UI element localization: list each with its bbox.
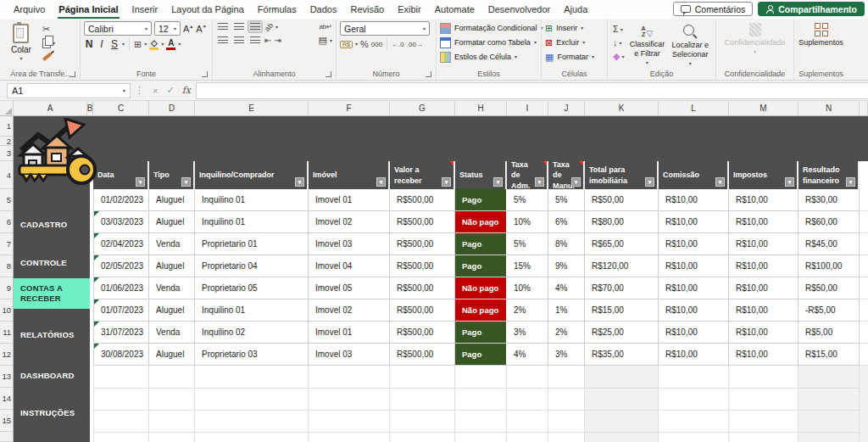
table-cell-resultado[interactable]: R$30,00 (798, 189, 860, 210)
table-cell-tipo[interactable]: Venda (149, 277, 195, 299)
table-cell-imovel[interactable]: Imovel 03 (309, 233, 390, 255)
table-cell-adm[interactable]: 15% (507, 255, 548, 277)
find-select-button[interactable]: Localizar e Selecionar ▾ (668, 21, 712, 68)
wrap-text-button[interactable]: ab↵ (319, 23, 332, 31)
row-header-4[interactable]: 4 (0, 161, 13, 189)
cell-styles-button[interactable]: Estilos de Célula▾ (440, 50, 537, 64)
row-header-7[interactable]: 7 (0, 233, 13, 255)
insert-cells-button[interactable]: ⊞Inserir▾ (545, 21, 604, 35)
sidebar-item-dashboard[interactable]: DASHBOARD (14, 370, 90, 382)
table-cell-adm[interactable]: 2% (507, 299, 548, 321)
table-cell-valor[interactable]: R$500,00 (390, 299, 455, 321)
status-badge[interactable]: Pago (455, 344, 507, 365)
column-header-g[interactable]: G (390, 101, 455, 115)
row-header-5[interactable]: 5 (0, 189, 13, 211)
column-header-j[interactable]: J (548, 101, 585, 115)
dialog-launcher-icon[interactable] (202, 71, 208, 77)
menu-tab-automate[interactable]: Automate (428, 0, 481, 19)
table-cell-inquilino[interactable]: Proprietario 04 (195, 255, 309, 277)
row-header-10[interactable]: 10 (0, 299, 13, 322)
align-bottom-button[interactable] (248, 21, 262, 32)
table-cell-total[interactable]: R$50,00 (585, 189, 659, 210)
table-cell-tipo[interactable]: Aluguel (149, 211, 195, 232)
table-cell-imovel[interactable]: Imovel 05 (309, 277, 390, 299)
table-cell-comissao[interactable]: R$10,00 (659, 211, 729, 232)
column-header-c[interactable]: C (93, 101, 149, 115)
accounting-format-button[interactable]: R$ (340, 41, 353, 48)
column-header-h[interactable]: H (455, 101, 507, 115)
table-cell-comissao[interactable]: R$10,00 (659, 322, 729, 343)
status-badge[interactable]: Pago (455, 233, 507, 255)
row-header-13[interactable]: 13 (0, 366, 13, 388)
fill-button[interactable]: ↓▾ (611, 36, 626, 49)
column-header-f[interactable]: F (309, 101, 390, 115)
table-cell-impostos[interactable]: R$10,00 (729, 277, 798, 299)
font-color-button[interactable]: A (166, 39, 175, 50)
filter-button[interactable]: ▾ (571, 177, 581, 187)
dialog-launcher-icon[interactable] (426, 71, 431, 77)
table-cell-comissao[interactable]: R$10,00 (659, 344, 729, 365)
table-cell-valor[interactable]: R$500,00 (390, 233, 455, 255)
dialog-launcher-icon[interactable] (70, 71, 75, 77)
menu-tab-layout-da-pagina[interactable]: Layout da Página (164, 0, 251, 19)
table-cell-data[interactable]: 01/02/2023 (93, 189, 149, 210)
table-cell-inquilino[interactable]: Inquilino 01 (195, 299, 309, 321)
table-cell-imovel[interactable]: Imovel 04 (309, 255, 390, 277)
cut-button[interactable]: ✂ (41, 23, 57, 36)
table-cell-inquilino[interactable]: Inquilino 02 (195, 322, 309, 343)
table-cell-impostos[interactable]: R$10,00 (729, 299, 798, 321)
table-cell-impostos[interactable]: R$10,00 (729, 233, 798, 255)
column-header-l[interactable]: L (659, 101, 729, 115)
table-cell-data[interactable]: 01/07/2023 (93, 299, 149, 321)
table-cell-adm[interactable]: 4% (507, 344, 548, 365)
table-cell-adm[interactable]: 10% (507, 211, 548, 232)
paste-button[interactable]: Colar ▾ (5, 21, 37, 64)
filter-button[interactable]: ▾ (535, 177, 544, 187)
table-cell-adm[interactable]: 5% (507, 189, 548, 210)
status-badge[interactable]: Pago (455, 189, 507, 210)
format-painter-button[interactable] (41, 50, 57, 63)
status-badge[interactable]: Pago (455, 255, 507, 277)
table-cell-manu[interactable]: 1% (548, 299, 585, 321)
format-cells-button[interactable]: ▦Formatar▾ (545, 50, 604, 64)
column-header-d[interactable]: D (149, 101, 195, 115)
comments-button[interactable]: Comentários (673, 2, 754, 16)
status-badge[interactable]: Pago (455, 322, 507, 343)
table-cell-resultado[interactable]: R$45,00 (798, 233, 860, 255)
filter-button[interactable]: ▾ (376, 177, 386, 187)
table-cell-valor[interactable]: R$500,00 (390, 344, 455, 365)
orientation-button[interactable]: ab (263, 20, 275, 32)
column-header-n[interactable]: N (798, 101, 860, 115)
column-header-a[interactable]: A (14, 101, 87, 115)
row-header-12[interactable]: 12 (0, 344, 13, 366)
table-cell-inquilino[interactable]: Inquilino 01 (195, 189, 309, 210)
table-cell-tipo[interactable]: Aluguel (149, 299, 195, 321)
row-header-11[interactable]: 11 (0, 322, 13, 344)
percent-style-button[interactable]: % (360, 40, 369, 49)
menu-tab-exibir[interactable]: Exibir (391, 0, 428, 19)
table-cell-valor[interactable]: R$500,00 (390, 322, 455, 343)
font-size-select[interactable]: 12▾ (154, 21, 181, 36)
shrink-font-button[interactable]: A▼ (196, 24, 206, 34)
table-cell-impostos[interactable]: R$10,00 (729, 211, 798, 232)
table-cell-total[interactable]: R$25,00 (585, 322, 659, 343)
row-header-1[interactable]: 1 (0, 116, 13, 137)
table-cell-impostos[interactable]: R$10,00 (729, 255, 798, 277)
filter-button[interactable]: ▾ (295, 177, 304, 187)
grow-font-button[interactable]: A▲ (183, 24, 193, 34)
table-cell-manu[interactable]: 2% (548, 322, 585, 343)
column-header-e[interactable]: E (195, 101, 309, 115)
table-cell-impostos[interactable]: R$10,00 (729, 189, 798, 210)
conditional-formatting-button[interactable]: Formatação Condicional▾ (440, 21, 537, 35)
decrease-decimal-button[interactable]: .00→ (407, 41, 423, 48)
table-cell-comissao[interactable]: R$10,00 (659, 255, 729, 277)
table-cell-valor[interactable]: R$500,00 (390, 255, 455, 277)
table-cell-resultado[interactable]: R$100,00 (798, 255, 860, 277)
autosum-button[interactable]: Σ▾ (611, 23, 626, 36)
table-cell-inquilino[interactable]: Proprietario 01 (195, 233, 309, 255)
table-cell-data[interactable]: 30/08/2023 (93, 344, 149, 365)
filter-button[interactable]: ▾ (493, 177, 503, 187)
table-cell-manu[interactable]: 4% (548, 277, 585, 299)
table-cell-comissao[interactable]: R$10,00 (659, 233, 729, 255)
increase-indent-button[interactable]: ⇥ (274, 36, 281, 45)
